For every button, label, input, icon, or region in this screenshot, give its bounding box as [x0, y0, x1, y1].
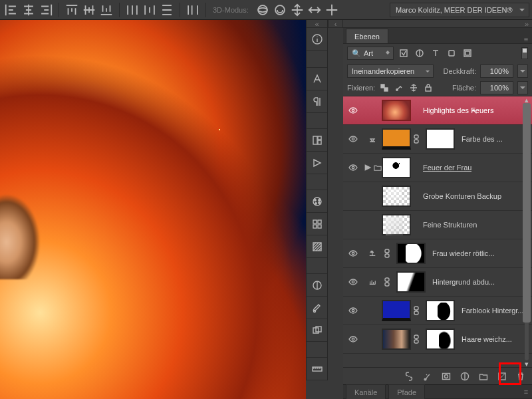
layer-thumbnail[interactable] [382, 214, 411, 235]
distribute-center-icon[interactable] [142, 3, 157, 17]
mask-thumbnail[interactable] [426, 300, 455, 321]
layer-name[interactable]: Highlights des Feuers [423, 106, 493, 114]
distribute-v-icon[interactable] [160, 3, 174, 17]
layer-row-haare[interactable]: Haare weichz... [343, 325, 532, 354]
blend-mode-select[interactable]: Ineinanderkopieren [347, 65, 434, 78]
distribute-spacing-icon[interactable] [186, 3, 200, 17]
layer-name[interactable]: Feuer der Frau [423, 164, 471, 172]
delete-layer-icon[interactable] [515, 370, 527, 382]
link-mask-icon[interactable] [382, 277, 392, 287]
filter-adjustment-icon[interactable] [414, 47, 426, 59]
align-top-icon[interactable] [65, 3, 79, 17]
layer-thumbnail[interactable] [382, 329, 411, 350]
opacity-input[interactable]: 100% [480, 65, 513, 78]
panel-collapse-icon[interactable]: » [343, 20, 532, 28]
visibility-toggle-icon[interactable] [343, 277, 363, 287]
orbit-3d-icon[interactable] [255, 3, 270, 17]
character-panel-icon[interactable] [307, 68, 327, 90]
scroll-down-icon[interactable]: ▾ [523, 360, 531, 367]
filter-toggle-switch[interactable] [521, 47, 528, 59]
mask-thumbnail[interactable] [396, 271, 426, 293]
measurement-panel-icon[interactable] [307, 358, 327, 380]
new-adjustment-icon[interactable] [459, 370, 471, 382]
workspace-switcher[interactable]: Marco Kolditz, MEER DER IDEEN® [390, 3, 529, 17]
collapse-arrow-icon[interactable]: ‹ [329, 20, 342, 28]
clone-source-panel-icon[interactable] [307, 319, 327, 342]
panel-menu-icon[interactable]: ≡ [520, 35, 532, 43]
lock-pixels-icon[interactable] [394, 82, 404, 93]
layer-name[interactable]: Farblook Hintergr... [462, 307, 524, 315]
mask-thumbnail[interactable] [426, 329, 455, 350]
new-group-icon[interactable] [477, 370, 489, 382]
visibility-toggle-icon[interactable] [343, 106, 363, 115]
zoom-3d-icon[interactable] [325, 3, 339, 17]
fill-thumbnail[interactable] [382, 300, 411, 321]
new-layer-icon[interactable] [496, 370, 508, 382]
layer-row-farblook[interactable]: Farblook Hintergr... [343, 297, 532, 325]
scroll-up-icon[interactable]: ▴ [523, 96, 531, 103]
layer-scrollbar[interactable]: ▴ ▾ [523, 96, 531, 367]
tab-layers[interactable]: Ebenen [346, 29, 388, 43]
info-panel-icon[interactable] [307, 28, 327, 51]
visibility-toggle-icon[interactable] [343, 306, 363, 315]
brush-panel-icon[interactable] [307, 297, 327, 319]
align-left-icon[interactable] [4, 3, 19, 17]
filter-pixel-icon[interactable] [398, 47, 410, 59]
styles-panel-icon[interactable] [307, 235, 327, 258]
arrange-panel-icon[interactable] [307, 129, 327, 152]
lock-position-icon[interactable] [408, 82, 419, 93]
fill-input[interactable]: 100% [480, 81, 513, 94]
layer-name[interactable]: Grobe Konturen Backup [423, 192, 501, 200]
layer-thumbnail[interactable] [382, 100, 411, 121]
layer-row-feine[interactable]: Feine Strukturen [343, 211, 532, 239]
link-mask-icon[interactable] [411, 134, 422, 144]
color-panel-icon[interactable] [307, 190, 327, 213]
add-mask-icon[interactable] [440, 370, 452, 382]
layer-row-grobe[interactable]: Grobe Konturen Backup [343, 182, 532, 211]
visibility-toggle-icon[interactable] [343, 163, 363, 172]
layer-name[interactable]: Haare weichz... [462, 335, 512, 343]
link-mask-icon[interactable] [411, 334, 422, 344]
paragraph-panel-icon[interactable] [307, 90, 327, 113]
layer-row-frau[interactable]: Frau wieder rötlic... [343, 239, 532, 268]
link-mask-icon[interactable] [411, 306, 422, 315]
collapse-arrows-icon[interactable]: « [307, 20, 327, 28]
tab-paths[interactable]: Pfade [388, 384, 425, 399]
mask-thumbnail[interactable] [382, 157, 411, 178]
panel-menu-icon[interactable]: ≡ [520, 388, 532, 396]
layer-thumbnail[interactable] [382, 186, 411, 207]
slide-3d-icon[interactable] [307, 3, 322, 17]
fill-thumbnail[interactable] [382, 128, 411, 150]
scroll-thumb[interactable] [523, 103, 531, 323]
roll-3d-icon[interactable] [273, 3, 287, 17]
link-layers-icon[interactable] [403, 370, 415, 382]
adjustments-panel-icon[interactable] [307, 274, 327, 297]
document-canvas[interactable] [0, 20, 306, 399]
align-center-icon[interactable] [21, 3, 36, 17]
visibility-toggle-icon[interactable] [343, 134, 363, 144]
swatches-panel-icon[interactable] [307, 213, 327, 235]
layer-name[interactable]: Farbe des ... [462, 135, 503, 143]
visibility-toggle-icon[interactable] [343, 249, 363, 258]
filter-type-icon[interactable] [430, 47, 442, 59]
distribute-h-icon[interactable] [125, 3, 140, 17]
mask-thumbnail[interactable] [396, 243, 426, 264]
layer-row-farbe[interactable]: Farbe des ... [343, 125, 532, 154]
align-vcenter-icon[interactable] [82, 3, 96, 17]
align-bottom-icon[interactable] [99, 3, 114, 17]
layer-row-highlights[interactable]: Highlights des Feuers ↖ [343, 96, 532, 125]
filter-shape-icon[interactable] [446, 47, 458, 59]
lock-all-icon[interactable] [423, 82, 434, 93]
pan-3d-icon[interactable] [290, 3, 305, 17]
align-right-icon[interactable] [39, 3, 53, 17]
visibility-toggle-icon[interactable] [343, 334, 363, 344]
mask-thumbnail[interactable] [426, 128, 455, 150]
layer-effects-icon[interactable] [422, 370, 434, 382]
layer-row-feuer-group[interactable]: Feuer der Frau [343, 154, 532, 182]
layer-name[interactable]: Hintergrund abdu... [432, 278, 495, 286]
layer-name[interactable]: Feine Strukturen [423, 221, 477, 229]
layer-name[interactable]: Frau wieder rötlic... [432, 249, 495, 257]
opacity-dropdown-button[interactable] [517, 65, 528, 78]
lock-transparency-icon[interactable] [379, 82, 390, 93]
layer-row-hintergrund[interactable]: Hintergrund abdu... [343, 268, 532, 297]
